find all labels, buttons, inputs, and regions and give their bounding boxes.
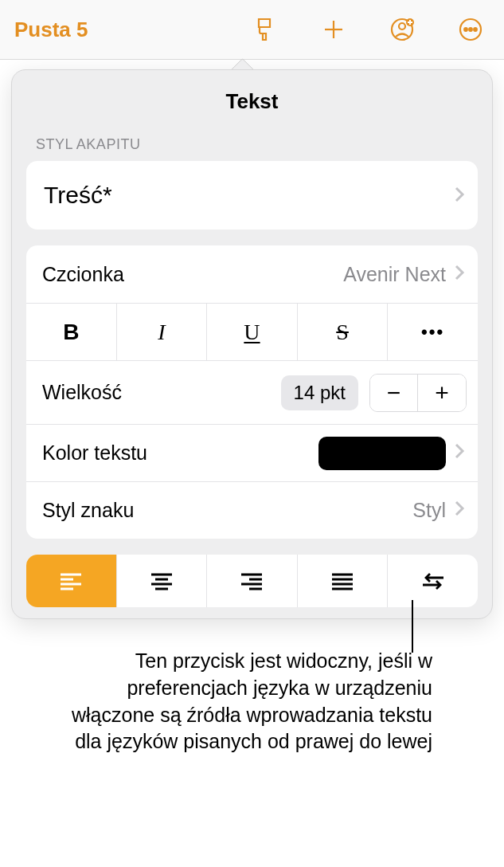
- document-title[interactable]: Pusta 5: [14, 18, 88, 42]
- chevron-right-icon: [454, 263, 465, 286]
- character-style-value: Styl: [412, 499, 446, 522]
- text-properties-card: Czcionka Avenir Next B I U S ••• Wielkoś…: [26, 245, 478, 539]
- text-style-buttons-row: B I U S •••: [26, 303, 478, 360]
- text-direction-button[interactable]: [388, 555, 478, 607]
- size-decrease-button[interactable]: −: [370, 375, 418, 411]
- font-value: Avenir Next: [343, 263, 446, 286]
- underline-button[interactable]: U: [207, 304, 298, 360]
- character-style-label: Styl znaku: [42, 499, 134, 522]
- paragraph-style-row[interactable]: Treść*: [26, 161, 478, 230]
- size-value[interactable]: 14 pkt: [281, 375, 358, 410]
- popover-arrow: [231, 58, 253, 69]
- alignment-bar: [26, 555, 478, 607]
- chevron-right-icon: [454, 182, 465, 209]
- align-right-button[interactable]: [207, 555, 298, 607]
- add-icon[interactable]: [319, 15, 348, 44]
- strikethrough-button[interactable]: S: [298, 304, 389, 360]
- paragraph-style-value: Treść*: [44, 182, 112, 209]
- font-row[interactable]: Czcionka Avenir Next: [26, 245, 478, 303]
- svg-point-7: [469, 28, 472, 31]
- more-menu-icon[interactable]: [456, 15, 485, 44]
- text-color-swatch[interactable]: [318, 437, 446, 470]
- size-row: Wielkość 14 pkt − +: [26, 360, 478, 424]
- chevron-right-icon: [454, 441, 465, 465]
- svg-point-3: [399, 23, 405, 29]
- more-text-options-button[interactable]: •••: [388, 304, 478, 360]
- paragraph-style-card: Treść*: [26, 161, 478, 230]
- align-center-button[interactable]: [117, 555, 208, 607]
- character-style-row[interactable]: Styl znaku Styl: [26, 481, 478, 539]
- svg-point-8: [474, 28, 477, 31]
- toolbar-icons: [251, 15, 485, 44]
- text-color-label: Kolor tekstu: [42, 441, 147, 465]
- section-label-paragraph-style: STYL AKAPITU: [36, 136, 478, 153]
- align-left-button[interactable]: [26, 555, 117, 607]
- font-label: Czcionka: [42, 263, 124, 286]
- callout-text: Ten przycisk jest widoczny, jeśli w pref…: [50, 648, 432, 755]
- chevron-right-icon: [454, 499, 465, 522]
- collaborate-icon[interactable]: [388, 15, 416, 44]
- format-panel: Tekst STYL AKAPITU Treść* Czcionka Aveni…: [11, 69, 493, 619]
- size-increase-button[interactable]: +: [418, 375, 466, 411]
- svg-point-6: [464, 28, 467, 31]
- text-color-row[interactable]: Kolor tekstu: [26, 424, 478, 481]
- bold-button[interactable]: B: [26, 304, 117, 360]
- panel-title: Tekst: [26, 89, 478, 114]
- format-brush-icon[interactable]: [251, 15, 279, 44]
- callout: Ten przycisk jest widoczny, jeśli w pref…: [0, 648, 504, 755]
- size-stepper: − +: [369, 374, 467, 412]
- size-label: Wielkość: [42, 381, 122, 404]
- italic-button[interactable]: I: [117, 304, 208, 360]
- callout-leader-line: [412, 600, 413, 653]
- app-toolbar: Pusta 5: [0, 0, 504, 60]
- align-justify-button[interactable]: [298, 555, 389, 607]
